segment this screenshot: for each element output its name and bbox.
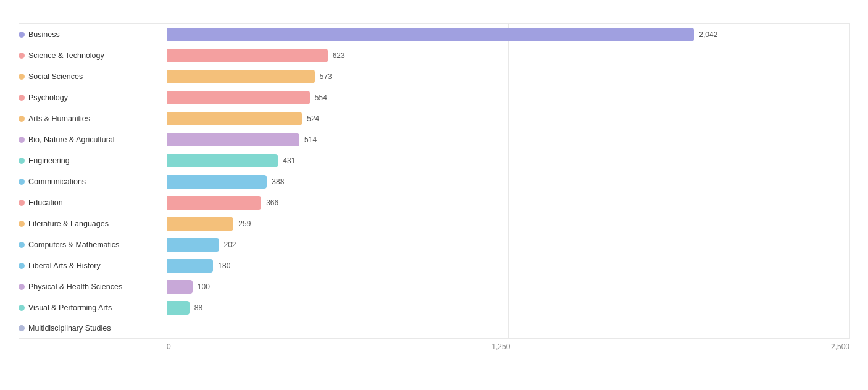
bar bbox=[167, 49, 328, 62]
bar-value: 524 bbox=[307, 114, 319, 123]
bar-cell: 88 bbox=[167, 301, 849, 315]
label-cell: Bio, Nature & Agricultural bbox=[19, 135, 167, 144]
bar-cell: 431 bbox=[167, 154, 849, 167]
bar bbox=[167, 259, 213, 273]
dot-icon bbox=[19, 284, 25, 290]
bar bbox=[167, 196, 261, 210]
label-cell: Science & Technology bbox=[19, 51, 167, 60]
x-tick-label: 2,500 bbox=[831, 342, 849, 351]
grid-line-100 bbox=[849, 23, 850, 339]
table-row: Communications 388 bbox=[19, 171, 849, 192]
dot-icon bbox=[19, 32, 25, 38]
table-row: Physical & Health Sciences 100 bbox=[19, 276, 849, 297]
bar-label: Liberal Arts & History bbox=[28, 261, 101, 270]
bar bbox=[167, 28, 694, 41]
bar-label: Business bbox=[28, 30, 60, 39]
bar bbox=[167, 238, 219, 252]
bar-value: 554 bbox=[315, 93, 327, 102]
dot-icon bbox=[19, 95, 25, 101]
label-cell: Multidisciplinary Studies bbox=[19, 324, 167, 333]
label-cell: Liberal Arts & History bbox=[19, 261, 167, 270]
bar-cell: 514 bbox=[167, 133, 849, 146]
dot-icon bbox=[19, 325, 25, 331]
bar-cell: 524 bbox=[167, 112, 849, 125]
label-cell: Education bbox=[19, 198, 167, 207]
label-cell: Arts & Humanities bbox=[19, 114, 167, 123]
label-cell: Physical & Health Sciences bbox=[19, 282, 167, 291]
label-cell: Psychology bbox=[19, 93, 167, 102]
label-cell: Literature & Languages bbox=[19, 219, 167, 228]
bar-label: Literature & Languages bbox=[28, 219, 109, 228]
bar-value: 623 bbox=[333, 51, 345, 60]
x-axis: 01,2502,500 bbox=[19, 342, 849, 351]
dot-icon bbox=[19, 242, 25, 248]
table-row: Visual & Performing Arts 88 bbox=[19, 297, 849, 318]
bar bbox=[167, 91, 310, 104]
bar-cell: 573 bbox=[167, 70, 849, 83]
table-row: Computers & Mathematics 202 bbox=[19, 234, 849, 255]
chart-container: Business 2,042 Science & Technology 623 … bbox=[19, 12, 849, 351]
bar-value: 202 bbox=[224, 240, 236, 249]
label-cell: Business bbox=[19, 30, 167, 39]
dot-icon bbox=[19, 74, 25, 80]
bar-value: 514 bbox=[304, 135, 317, 144]
dot-icon bbox=[19, 263, 25, 269]
bar bbox=[167, 112, 302, 125]
label-cell: Social Sciences bbox=[19, 72, 167, 81]
dot-icon bbox=[19, 200, 25, 206]
bar-value: 180 bbox=[218, 261, 230, 270]
dot-icon bbox=[19, 305, 25, 311]
bar-cell: 623 bbox=[167, 49, 849, 62]
bar-value: 2,042 bbox=[699, 30, 717, 39]
dot-icon bbox=[19, 179, 25, 185]
dot-icon bbox=[19, 137, 25, 143]
dot-icon bbox=[19, 158, 25, 164]
table-row: Literature & Languages 259 bbox=[19, 213, 849, 234]
bar-cell: 388 bbox=[167, 175, 849, 189]
bar-value: 100 bbox=[198, 282, 210, 291]
label-cell: Visual & Performing Arts bbox=[19, 303, 167, 312]
label-cell: Communications bbox=[19, 177, 167, 186]
bar-label: Visual & Performing Arts bbox=[28, 303, 112, 312]
bar-cell: 100 bbox=[167, 280, 849, 294]
table-row: Engineering 431 bbox=[19, 150, 849, 171]
bar-value: 88 bbox=[194, 303, 202, 312]
bar-cell: 259 bbox=[167, 217, 849, 231]
table-row: Education 366 bbox=[19, 192, 849, 213]
bar-label: Multidisciplinary Studies bbox=[28, 324, 111, 333]
bar-label: Social Sciences bbox=[28, 72, 83, 81]
bar-label: Computers & Mathematics bbox=[28, 240, 119, 249]
x-tick-label: 1,250 bbox=[491, 342, 510, 351]
chart-rows: Business 2,042 Science & Technology 623 … bbox=[19, 23, 849, 339]
dot-icon bbox=[19, 221, 25, 227]
table-row: Science & Technology 623 bbox=[19, 45, 849, 66]
table-row: Arts & Humanities 524 bbox=[19, 108, 849, 129]
bar-label: Science & Technology bbox=[28, 51, 104, 60]
table-row: Psychology 554 bbox=[19, 87, 849, 108]
x-tick-label: 0 bbox=[167, 342, 171, 351]
dot-icon bbox=[19, 53, 25, 59]
bar-value: 366 bbox=[266, 198, 278, 207]
bar-value: 573 bbox=[320, 72, 332, 81]
bar-label: Psychology bbox=[28, 93, 68, 102]
bar bbox=[167, 301, 190, 315]
bar-label: Bio, Nature & Agricultural bbox=[28, 135, 115, 144]
label-cell: Engineering bbox=[19, 156, 167, 165]
bar-cell: 366 bbox=[167, 196, 849, 210]
bar-cell bbox=[167, 321, 849, 335]
bar-label: Physical & Health Sciences bbox=[28, 282, 122, 291]
bar bbox=[167, 280, 193, 294]
bar-value: 431 bbox=[283, 156, 295, 165]
dot-icon bbox=[19, 116, 25, 122]
bar-label: Arts & Humanities bbox=[28, 114, 90, 123]
table-row: Multidisciplinary Studies bbox=[19, 318, 849, 339]
bar-value: 259 bbox=[238, 219, 251, 228]
table-row: Business 2,042 bbox=[19, 23, 849, 45]
bar-cell: 180 bbox=[167, 259, 849, 273]
table-row: Liberal Arts & History 180 bbox=[19, 255, 849, 276]
bar bbox=[167, 217, 233, 231]
bar-label: Communications bbox=[28, 177, 86, 186]
bar-value: 388 bbox=[272, 177, 284, 186]
bar bbox=[167, 133, 299, 146]
bar bbox=[167, 70, 315, 83]
